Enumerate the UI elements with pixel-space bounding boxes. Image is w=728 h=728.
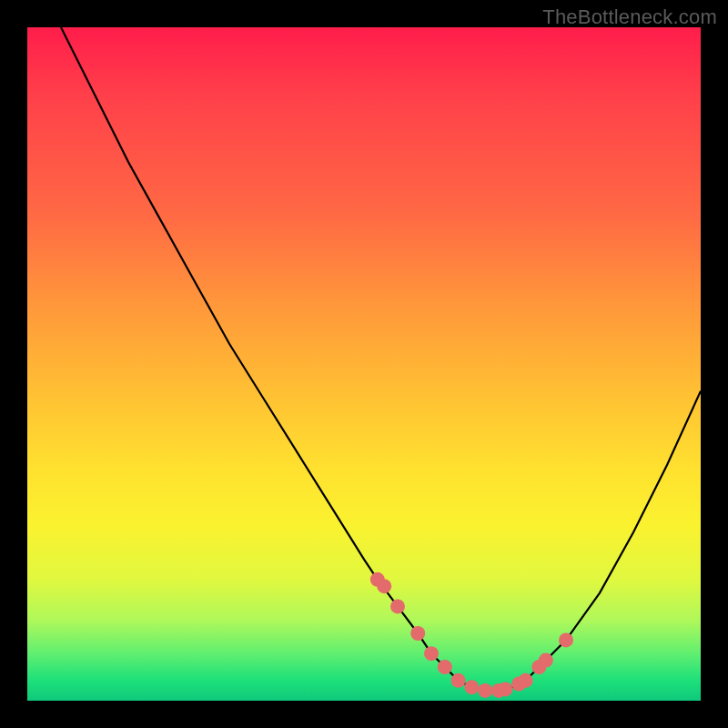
marker-dot — [451, 673, 466, 688]
marker-dot — [390, 599, 405, 613]
marker-dot — [498, 682, 512, 696]
marker-dot — [464, 680, 479, 694]
marker-dot — [438, 660, 452, 674]
chart-stage: TheBottleneck.com — [0, 0, 728, 728]
marker-dots — [370, 572, 573, 698]
marker-dot — [377, 579, 391, 593]
marker-dot — [424, 646, 439, 661]
watermark-text: TheBottleneck.com — [542, 5, 717, 29]
marker-dot — [559, 632, 573, 647]
curve-svg — [27, 27, 701, 701]
marker-dot — [519, 673, 533, 688]
marker-dot — [478, 683, 492, 698]
marker-dot — [410, 626, 425, 641]
plot-area — [27, 27, 701, 701]
marker-dot — [539, 653, 553, 668]
